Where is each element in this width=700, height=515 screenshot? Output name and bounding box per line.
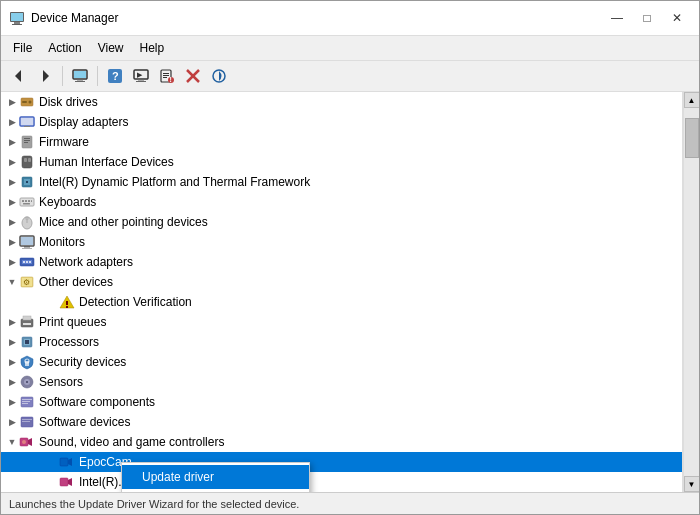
svg-rect-15 — [136, 81, 146, 82]
security-devices-label: Security devices — [39, 355, 126, 369]
tree-item-intel-platform[interactable]: ▶ Intel(R) Dynamic Platform and Thermal … — [1, 172, 682, 192]
expander-intel-platform[interactable]: ▶ — [5, 175, 19, 189]
title-controls: — □ ✕ — [603, 7, 691, 29]
svg-rect-33 — [24, 140, 30, 141]
svg-point-57 — [26, 261, 28, 263]
svg-rect-64 — [66, 306, 68, 308]
back-button[interactable] — [7, 64, 31, 88]
menu-file[interactable]: File — [5, 38, 40, 58]
tree-item-display-adapters[interactable]: ▶ Display adapters — [1, 112, 682, 132]
menu-action[interactable]: Action — [40, 38, 89, 58]
app-icon — [9, 10, 25, 26]
tree-item-mice[interactable]: ▶ Mice and other pointing devices — [1, 212, 682, 232]
expander-network-adapters[interactable]: ▶ — [5, 255, 19, 269]
tree-item-disk-drives[interactable]: ▶ Disk drives — [1, 92, 682, 112]
expander-sensors[interactable]: ▶ — [5, 375, 19, 389]
monitor-button[interactable]: ▶ — [129, 64, 153, 88]
svg-rect-46 — [23, 203, 30, 205]
disk-drives-icon — [19, 94, 35, 110]
expander-software-devices[interactable]: ▶ — [5, 415, 19, 429]
svg-rect-88 — [60, 478, 68, 486]
tree-item-other-devices[interactable]: ▼ ⚙ Other devices — [1, 272, 682, 292]
tree-item-network-adapters[interactable]: ▶ Network adapters — [1, 252, 682, 272]
properties-button[interactable]: ! — [155, 64, 179, 88]
expander-firmware[interactable]: ▶ — [5, 135, 19, 149]
scroll-down-button[interactable]: ▼ — [684, 476, 700, 492]
keyboards-icon — [19, 194, 35, 210]
expander-processors[interactable]: ▶ — [5, 335, 19, 349]
maximize-button[interactable]: □ — [633, 7, 661, 29]
expander-disk-drives[interactable]: ▶ — [5, 95, 19, 109]
svg-rect-1 — [11, 13, 23, 21]
expander-monitors[interactable]: ▶ — [5, 235, 19, 249]
scroll-up-button[interactable]: ▲ — [684, 92, 700, 108]
svg-point-75 — [26, 381, 28, 383]
svg-rect-7 — [74, 71, 86, 78]
monitors-icon — [19, 234, 35, 250]
svg-rect-67 — [23, 323, 31, 325]
close-button[interactable]: ✕ — [663, 7, 691, 29]
forward-button[interactable] — [33, 64, 57, 88]
hid-icon — [19, 154, 35, 170]
vertical-scrollbar[interactable]: ▲ ▼ — [683, 92, 699, 492]
ctx-disable-device[interactable]: Disable device — [122, 489, 309, 492]
expander-hid[interactable]: ▶ — [5, 155, 19, 169]
title-bar: Device Manager — □ ✕ — [1, 1, 699, 36]
display-adapters-label: Display adapters — [39, 115, 128, 129]
toolbar: ? ▶ ! — [1, 61, 699, 92]
ctx-update-driver[interactable]: Update driver — [122, 465, 309, 489]
svg-rect-29 — [21, 118, 33, 125]
svg-rect-18 — [163, 75, 169, 76]
svg-rect-63 — [66, 301, 68, 305]
expander-software-components[interactable]: ▶ — [5, 395, 19, 409]
tree-item-sensors[interactable]: ▶ Sensors — [1, 372, 682, 392]
tree-item-detection-verification[interactable]: ▶ Detection Verification — [1, 292, 682, 312]
scroll-track[interactable] — [684, 108, 699, 476]
minimize-button[interactable]: — — [603, 7, 631, 29]
svg-rect-79 — [22, 403, 28, 404]
svg-rect-66 — [23, 316, 31, 320]
scroll-thumb[interactable] — [685, 118, 699, 158]
expander-detection: ▶ — [45, 295, 59, 309]
tree-item-security-devices[interactable]: ▶ Security devices — [1, 352, 682, 372]
svg-rect-17 — [163, 73, 169, 74]
svg-rect-70 — [25, 340, 29, 344]
menu-view[interactable]: View — [90, 38, 132, 58]
software-components-label: Software components — [39, 395, 155, 409]
tree-panel[interactable]: ▶ Disk drives ▶ Display adapters ▶ — [1, 92, 683, 492]
remove-button[interactable] — [181, 64, 205, 88]
tree-item-print-queues[interactable]: ▶ Print queues — [1, 312, 682, 332]
tree-item-processors[interactable]: ▶ Processors — [1, 332, 682, 352]
tree-item-monitors[interactable]: ▶ Monitors — [1, 232, 682, 252]
tree-item-software-devices[interactable]: ▶ Software devices — [1, 412, 682, 432]
svg-rect-41 — [20, 198, 34, 206]
menu-help[interactable]: Help — [132, 38, 173, 58]
tree-item-hid[interactable]: ▶ Human Interface Devices — [1, 152, 682, 172]
svg-rect-35 — [22, 156, 32, 168]
help-button[interactable]: ? — [103, 64, 127, 88]
expander-mice[interactable]: ▶ — [5, 215, 19, 229]
expander-keyboards[interactable]: ▶ — [5, 195, 19, 209]
security-devices-icon — [19, 354, 35, 370]
tree-item-keyboards[interactable]: ▶ Keyboards — [1, 192, 682, 212]
tree-item-intel-audio[interactable]: ▶ Intel(R)... — [1, 472, 682, 492]
sound-video-icon — [19, 434, 35, 450]
tree-item-software-components[interactable]: ▶ Software components — [1, 392, 682, 412]
scan-button[interactable] — [207, 64, 231, 88]
svg-point-56 — [23, 261, 25, 263]
tree-item-firmware[interactable]: ▶ Firmware — [1, 132, 682, 152]
expander-print-queues[interactable]: ▶ — [5, 315, 19, 329]
expander-sound-video[interactable]: ▼ — [5, 435, 19, 449]
expander-display-adapters[interactable]: ▶ — [5, 115, 19, 129]
toolbar-separator-1 — [62, 66, 63, 86]
computer-button[interactable] — [68, 64, 92, 88]
sensors-label: Sensors — [39, 375, 83, 389]
firmware-label: Firmware — [39, 135, 89, 149]
mice-icon — [19, 214, 35, 230]
tree-item-epocam[interactable]: ▶ EpocCam... — [1, 452, 682, 472]
expander-security-devices[interactable]: ▶ — [5, 355, 19, 369]
tree-item-sound-video[interactable]: ▼ Sound, video and game controllers — [1, 432, 682, 452]
expander-other-devices[interactable]: ▼ — [5, 275, 19, 289]
print-queues-label: Print queues — [39, 315, 106, 329]
svg-marker-5 — [43, 70, 49, 82]
